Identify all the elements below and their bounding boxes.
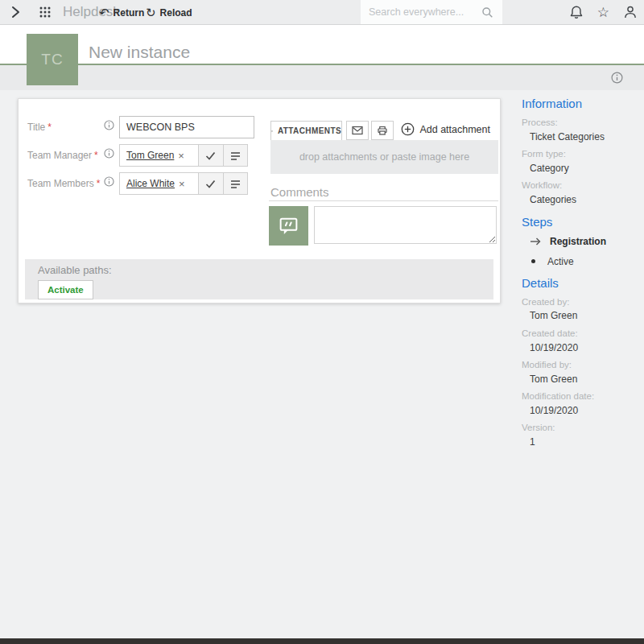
- detail-item-value: 10/19/2020: [522, 342, 639, 353]
- required-asterisk: *: [94, 150, 98, 161]
- search-icon[interactable]: [481, 6, 493, 19]
- bottom-taskbar: [0, 638, 644, 644]
- expand-menu-chevron-icon[interactable]: [9, 5, 23, 19]
- confirm-check-button[interactable]: [199, 145, 223, 166]
- app-launcher-grid-icon[interactable]: [39, 6, 52, 19]
- detail-item-value: Tom Green: [522, 374, 639, 385]
- info-item-value: Category: [522, 163, 639, 174]
- information-heading: Information: [522, 97, 639, 110]
- field-info-icon[interactable]: [104, 148, 114, 159]
- page-title: New instance: [89, 43, 190, 62]
- step-label: Active: [547, 256, 574, 267]
- profile-person-icon[interactable]: [623, 5, 638, 19]
- details-heading: Details: [522, 276, 639, 290]
- confirm-check-button[interactable]: [199, 173, 223, 194]
- comments-textarea[interactable]: [314, 206, 497, 244]
- check-icon: [204, 178, 217, 190]
- check-icon: [204, 150, 217, 162]
- info-item-value: Ticket Categories: [522, 131, 639, 142]
- available-paths-label: Available paths:: [38, 264, 493, 276]
- selected-person-link[interactable]: Alice White: [126, 178, 175, 189]
- dropzone-text: drop attachments or paste image here: [299, 151, 469, 163]
- title-field-label: Title*: [27, 122, 52, 133]
- info-sidebar: Information Process: Ticket Categories F…: [522, 97, 639, 455]
- printer-icon: [377, 125, 388, 136]
- detail-item-modified-by: Modified by: Tom Green: [522, 360, 639, 385]
- info-item-label: Form type:: [522, 149, 639, 160]
- add-attachment-button[interactable]: Add attachment: [401, 122, 490, 136]
- detail-item-label: Version:: [522, 423, 639, 434]
- comments-divider: [269, 200, 498, 201]
- helpdesk-page: Helpdesk ☆ TC New instance ↶ Return ↻ Re…: [0, 0, 644, 644]
- envelope-icon: [352, 126, 363, 135]
- return-button[interactable]: ↶ Return: [99, 0, 144, 25]
- info-item-workflow: Workflow: Categories: [522, 180, 639, 205]
- detail-item-label: Created date:: [522, 328, 639, 340]
- reload-arrow-icon: ↻: [146, 6, 156, 19]
- arrow-right-icon: [530, 237, 543, 246]
- detail-item-version: Version: 1: [522, 423, 639, 448]
- bullet-icon: [531, 259, 535, 263]
- title-input[interactable]: [119, 116, 254, 138]
- close-icon[interactable]: ×: [178, 151, 184, 161]
- team-members-field-label: Team Members*: [27, 178, 100, 189]
- activate-path-button[interactable]: Activate: [38, 280, 93, 299]
- picker-selected-value: Tom Green ×: [120, 145, 199, 166]
- list-lines-icon: [229, 150, 242, 162]
- comments-heading: Comments: [270, 185, 329, 199]
- notifications-bell-icon[interactable]: [569, 5, 584, 19]
- tab-attachments-label: ATTACHMENTS: [278, 126, 341, 135]
- info-item-label: Workflow:: [522, 180, 639, 192]
- detail-item-value: 10/19/2020: [522, 405, 639, 416]
- reload-button-label: Reload: [160, 7, 192, 19]
- info-item-process: Process: Ticket Categories: [522, 118, 639, 142]
- info-item-label: Process:: [522, 118, 639, 129]
- list-lines-icon: [229, 178, 242, 190]
- instance-avatar: TC: [27, 34, 78, 85]
- steps-heading: Steps: [522, 215, 639, 229]
- available-paths-bar: Available paths: Activate: [25, 259, 493, 299]
- top-bar: Helpdesk ☆: [0, 0, 644, 25]
- close-icon[interactable]: ×: [179, 179, 185, 189]
- detail-item-created-date: Created date: 10/19/2020: [522, 328, 639, 353]
- field-info-icon[interactable]: [104, 176, 114, 187]
- plus-circle-icon: [401, 122, 415, 136]
- tab-email-conversations[interactable]: [346, 121, 369, 140]
- attachments-dropzone[interactable]: drop attachments or paste image here: [270, 140, 498, 174]
- form-card: Title* Team Manager* Tom Green × Team Me…: [18, 98, 501, 303]
- picker-selected-value: Alice White ×: [120, 173, 199, 194]
- detail-item-modification-date: Modification date: 10/19/2020: [522, 391, 639, 416]
- speech-bubble-icon: [278, 215, 299, 237]
- team-manager-field-label: Team Manager*: [27, 150, 98, 161]
- team-members-picker[interactable]: Alice White ×: [119, 172, 248, 195]
- step-item-current: Registration: [530, 236, 639, 247]
- required-asterisk: *: [47, 122, 52, 133]
- pick-from-list-button[interactable]: [223, 173, 248, 194]
- search-box: [361, 0, 502, 24]
- required-asterisk: *: [97, 178, 101, 189]
- field-info-icon[interactable]: [104, 120, 114, 130]
- step-item-next: Active: [530, 256, 639, 267]
- team-manager-picker[interactable]: Tom Green ×: [119, 144, 248, 167]
- detail-item-value: 1: [522, 436, 639, 448]
- top-bar-actions: ☆: [569, 0, 638, 24]
- info-item-form-type: Form type: Category: [522, 149, 639, 174]
- reload-button[interactable]: ↻ Reload: [146, 0, 192, 25]
- tab-printouts[interactable]: [371, 121, 394, 140]
- form-toolbar: [0, 65, 644, 90]
- detail-item-label: Modification date:: [522, 391, 639, 402]
- favorites-star-icon[interactable]: ☆: [597, 6, 609, 19]
- selected-person-link[interactable]: Tom Green: [126, 150, 174, 161]
- search-input[interactable]: [361, 0, 480, 24]
- return-button-label: Return: [114, 7, 145, 19]
- info-item-value: Categories: [522, 194, 639, 205]
- return-arrow-icon: ↶: [99, 6, 109, 19]
- form-info-icon[interactable]: [611, 72, 623, 84]
- detail-item-value: Tom Green: [522, 310, 639, 321]
- tab-attachments[interactable]: ATTACHMENTS: [270, 121, 342, 140]
- pick-from-list-button[interactable]: [223, 145, 248, 166]
- paperclip-icon: [271, 126, 273, 137]
- add-attachment-label: Add attachment: [419, 124, 490, 135]
- step-label: Registration: [550, 236, 606, 247]
- comment-bubble-tile: [269, 206, 308, 246]
